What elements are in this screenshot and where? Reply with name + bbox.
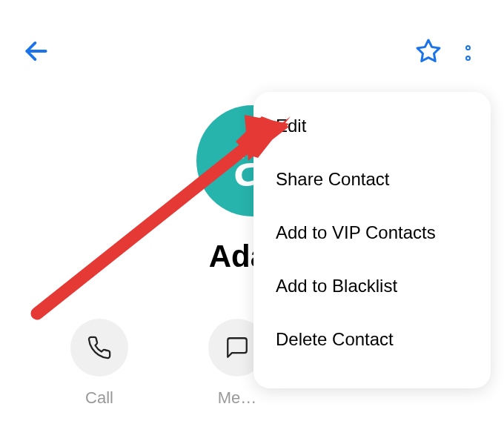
svg-marker-1: [417, 40, 440, 62]
back-arrow-icon: [22, 37, 50, 65]
back-button[interactable]: [22, 37, 50, 68]
call-label: Call: [85, 388, 113, 408]
more-dot-icon: [465, 56, 471, 61]
phone-icon: [87, 335, 112, 360]
menu-item-edit[interactable]: Edit: [253, 99, 491, 153]
favorite-button[interactable]: [415, 38, 442, 67]
menu-item-blacklist[interactable]: Add to Blacklist: [253, 259, 491, 313]
star-outline-icon: [415, 38, 442, 64]
header-actions: [415, 38, 471, 67]
more-dot-icon: [465, 45, 471, 50]
app-header: [0, 0, 504, 83]
menu-item-delete[interactable]: Delete Contact: [253, 313, 491, 366]
more-options-button[interactable]: [465, 45, 471, 61]
menu-item-share[interactable]: Share Contact: [253, 153, 491, 206]
context-menu: Edit Share Contact Add to VIP Contacts A…: [253, 92, 491, 388]
menu-item-vip[interactable]: Add to VIP Contacts: [253, 206, 491, 259]
message-icon: [225, 335, 250, 360]
call-button[interactable]: [70, 319, 128, 377]
message-label: Me…: [218, 388, 257, 408]
call-action: Call: [70, 319, 128, 408]
